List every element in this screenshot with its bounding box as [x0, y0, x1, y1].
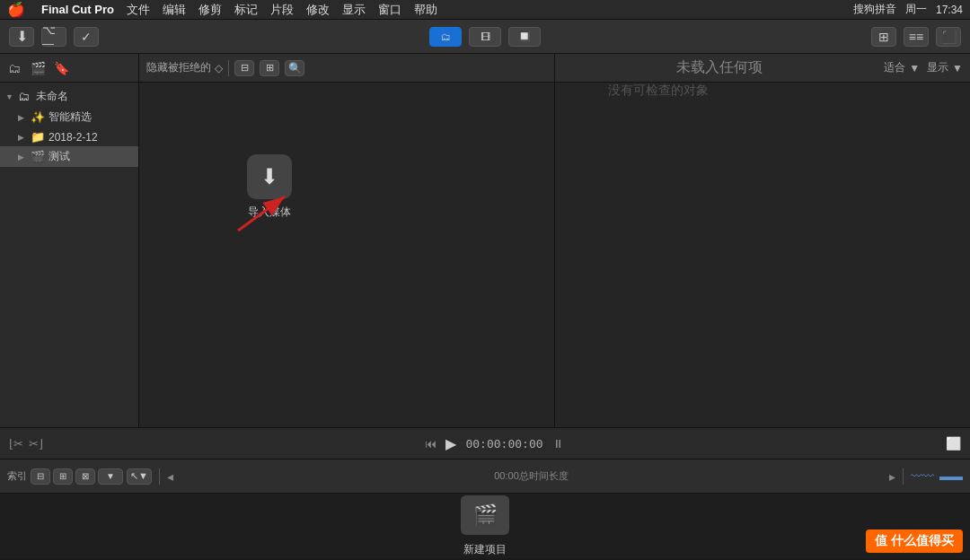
apple-menu[interactable]: 🍎: [7, 1, 25, 18]
sidebar-icon-libraries[interactable]: 🗂: [5, 59, 23, 77]
key-button[interactable]: ⌥—: [41, 27, 66, 47]
timeline-toolbar: 索引 ⊟ ⊞ ⊠ ▼ ↖▼ ◂ 00:00总时间长度 ▸ 〰〰 ▬▬: [0, 459, 970, 494]
new-project-icon: 🎬: [461, 495, 509, 535]
index-label: 索引: [7, 469, 27, 483]
sidebar-icon-titles[interactable]: 🔖: [52, 59, 70, 77]
toolbar-right: ⊞ ≡≡ ⬛: [871, 27, 961, 47]
event-icon: 🎬: [31, 150, 45, 163]
time: 17:34: [936, 4, 963, 16]
folder-icon: 📁: [31, 130, 45, 144]
clip-view-button[interactable]: ⊟: [31, 468, 50, 485]
red-arrow-annotation: [229, 186, 301, 240]
no-inspect-label: 没有可检查的对象: [608, 83, 709, 99]
separator: [903, 468, 904, 485]
menu-clip[interactable]: 片段: [270, 2, 294, 18]
next-edit-icon[interactable]: ▸: [889, 469, 895, 484]
menu-bar: 🍎 Final Cut Pro 文件 编辑 修剪 标记 片段 修改 显示 窗口 …: [0, 0, 970, 20]
sidebar-item-smart[interactable]: ▶ ✨ 智能精选: [0, 107, 138, 127]
fit-dropdown[interactable]: 适合 ▼: [884, 60, 920, 75]
menu-mark[interactable]: 标记: [234, 2, 258, 18]
toolbar-left: ⬇ ⌥— ✓: [9, 27, 99, 47]
viewer-top-bar: 未载入任何项 适合 ▼ 显示 ▼: [555, 54, 970, 83]
view-toggle-button[interactable]: ⊞: [260, 60, 279, 76]
menu-file[interactable]: 文件: [127, 2, 150, 18]
viewer-left-controls: ⌊✂ ✂⌋: [9, 437, 43, 451]
menu-edit[interactable]: 编辑: [163, 2, 186, 18]
menubar-right: 搜狗拼音 周一 17:34: [853, 2, 963, 17]
libraries-button[interactable]: 🗂: [429, 27, 462, 47]
viewer-center-controls: ⏮ ▶ 00:00:00:00 ⏸: [50, 435, 939, 452]
prev-edit-icon[interactable]: ◂: [167, 469, 173, 484]
viewer-controls-bar: ⌊✂ ✂⌋ ⏮ ▶ 00:00:00:00 ⏸ ⬜: [0, 427, 970, 459]
sidebar-item-date[interactable]: ▶ 📁 2018-2-12: [0, 127, 138, 146]
display-dropdown[interactable]: 显示 ▼: [927, 60, 963, 75]
browser-filter: 隐藏被拒绝的 ◇: [146, 60, 223, 75]
play-button[interactable]: ▶: [445, 435, 456, 452]
audio-meter-icon[interactable]: ⏸: [552, 437, 564, 451]
svg-line-1: [238, 197, 285, 231]
sidebar: 🗂 🎬 🔖 ▼ 🗂 未命名 ▶ ✨ 智能精选 ▶ 📁 201: [0, 54, 139, 427]
inspector: 没有可检查的对象: [555, 83, 762, 99]
sidebar-icon-photos[interactable]: 🎬: [29, 59, 47, 77]
filter-chevron-icon[interactable]: ◇: [215, 62, 223, 74]
display-chevron-icon: ▼: [952, 62, 963, 74]
search-button[interactable]: 🔍: [285, 60, 304, 76]
story-view-button[interactable]: ⊞: [53, 468, 73, 485]
check-button[interactable]: ✓: [74, 27, 99, 47]
view-options-button[interactable]: ▼: [98, 468, 123, 485]
fullscreen-icon[interactable]: ⬜: [946, 436, 961, 451]
sidebar-item-label: 测试: [48, 149, 70, 164]
menu-trim[interactable]: 修剪: [198, 2, 222, 18]
skip-back-icon[interactable]: ⏮: [425, 437, 436, 451]
display-label: 显示: [927, 60, 948, 75]
audio-waveform-icon[interactable]: 〰〰: [911, 469, 934, 483]
sidebar-items: ▼ 🗂 未命名 ▶ ✨ 智能精选 ▶ 📁 2018-2-12 ▶ 🎬: [0, 83, 138, 427]
browser-content: ⬇ 导入媒体: [139, 83, 554, 427]
fit-chevron-icon: ▼: [909, 62, 920, 74]
sidebar-item-unnamed[interactable]: ▼ 🗂 未命名: [0, 86, 138, 107]
separator: [228, 60, 229, 76]
timeline-area: 🎬 新建项目: [0, 494, 970, 558]
app-name[interactable]: Final Cut Pro: [41, 3, 114, 16]
smart-icon: ✨: [31, 110, 45, 124]
ime-indicator: 搜狗拼音: [853, 2, 896, 17]
sidebar-item-test[interactable]: ▶ 🎬 测试: [0, 146, 138, 167]
arrow-icon: ▶: [18, 133, 27, 142]
no-item-label: 未载入任何项: [676, 58, 763, 77]
import-button[interactable]: ⬇: [9, 27, 34, 47]
clip-appearance-button[interactable]: ⊟: [234, 60, 254, 76]
duration-label: 00:00总时间长度: [494, 469, 569, 483]
arrow-icon: ▶: [18, 153, 27, 162]
timeline-button[interactable]: 🎞: [469, 27, 501, 47]
grid-view-button[interactable]: ⊞: [871, 27, 896, 47]
sidebar-item-label: 2018-2-12: [48, 131, 98, 144]
new-project-button[interactable]: 🎬 新建项目: [461, 495, 509, 557]
fullscreen-button[interactable]: ⬛: [936, 27, 961, 47]
browser-toolbar: 隐藏被拒绝的 ◇ ⊟ ⊞ 🔍: [139, 54, 554, 83]
list-view-button[interactable]: ≡≡: [904, 27, 929, 47]
arrow-icon: ▶: [18, 113, 27, 122]
viewer-right-controls: ⬜: [946, 435, 961, 451]
watermark-icon: 值: [875, 533, 887, 549]
menu-window[interactable]: 窗口: [378, 2, 401, 18]
filter-label: 隐藏被拒绝的: [146, 60, 211, 75]
arrow-icon: ▼: [5, 92, 14, 101]
timeline-section: 索引 ⊟ ⊞ ⊠ ▼ ↖▼ ◂ 00:00总时间长度 ▸ 〰〰 ▬▬: [0, 459, 970, 558]
tool-select-button[interactable]: ↖▼: [127, 468, 152, 485]
menu-view[interactable]: 显示: [342, 2, 366, 18]
sidebar-toolbar: 🗂 🎬 🔖: [0, 54, 138, 83]
clip-height-icon[interactable]: ▬▬: [939, 469, 963, 483]
watermark: 值 什么值得买: [866, 529, 963, 553]
new-project-label: 新建项目: [463, 542, 507, 557]
browser: 隐藏被拒绝的 ◇ ⊟ ⊞ 🔍 ⬇ 导入媒体: [139, 54, 555, 427]
menu-help[interactable]: 帮助: [414, 2, 437, 18]
trim-end-icon[interactable]: ✂⌋: [29, 437, 43, 451]
angle-view-button[interactable]: ⊠: [75, 468, 95, 485]
menu-modify[interactable]: 修改: [306, 2, 330, 18]
toolbar-center: 🗂 🎞 🔲: [106, 27, 864, 47]
separator: [159, 468, 160, 485]
timeline-view-buttons: ⊟ ⊞ ⊠ ▼: [31, 468, 123, 485]
timecode-display: 00:00:00:00: [465, 437, 542, 451]
trim-start-icon[interactable]: ⌊✂: [9, 437, 23, 451]
inspector-button[interactable]: 🔲: [508, 27, 541, 47]
